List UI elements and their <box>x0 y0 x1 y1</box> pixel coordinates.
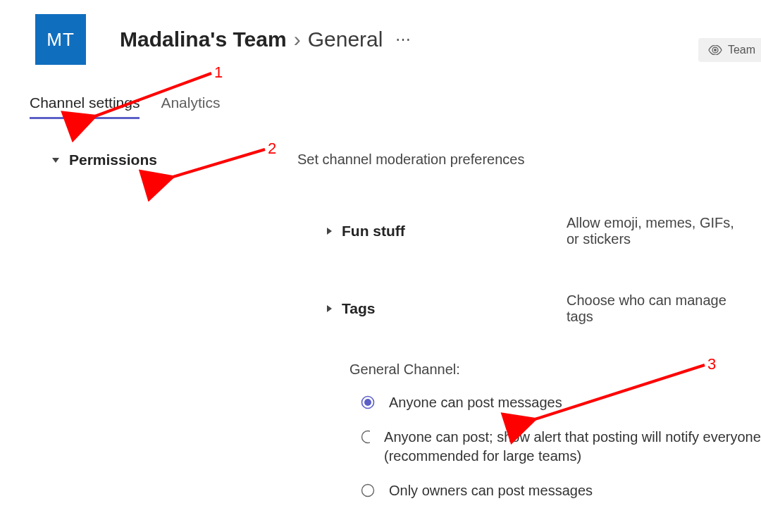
annotation-label-2: 2 <box>268 140 276 158</box>
tags-section[interactable]: Tags Choose who can manage tags <box>52 292 761 325</box>
radio-selected-icon[interactable] <box>361 395 375 409</box>
breadcrumb: Madalina's Team › General ⋯ <box>120 27 412 51</box>
general-channel-block: General Channel: Anyone can post message… <box>52 361 761 500</box>
radio-anyone[interactable]: Anyone can post messages <box>349 393 761 412</box>
radio-unselected-icon[interactable] <box>361 483 375 497</box>
header: MT Madalina's Team › General ⋯ <box>0 0 761 65</box>
svg-point-0 <box>714 49 717 51</box>
svg-point-3 <box>362 431 371 443</box>
tags-description: Choose who can manage tags <box>567 292 736 325</box>
team-pill-label: Team <box>728 44 755 56</box>
tabs: Channel settings Analytics <box>0 94 761 119</box>
radio-anyone-alert[interactable]: Anyone can post; show alert that posting… <box>349 428 761 466</box>
team-pill-button[interactable]: Team <box>698 38 761 62</box>
radio-owners-label: Only owners can post messages <box>389 481 593 500</box>
eye-icon <box>708 45 722 55</box>
tab-analytics[interactable]: Analytics <box>161 94 220 119</box>
radio-anyone-label: Anyone can post messages <box>389 393 562 412</box>
avatar-initials: MT <box>47 29 75 51</box>
annotation-label-3: 3 <box>707 355 716 373</box>
svg-point-4 <box>362 485 374 497</box>
channel-name[interactable]: General <box>308 27 383 51</box>
radio-unselected-icon[interactable] <box>361 430 370 444</box>
permissions-description: Set channel moderation preferences <box>297 151 524 168</box>
caret-down-icon <box>52 158 59 163</box>
annotation-label-1: 1 <box>214 63 223 82</box>
fun-stuff-section[interactable]: Fun stuff Allow emoji, memes, GIFs, or s… <box>52 215 761 247</box>
fun-stuff-description: Allow emoji, memes, GIFs, or stickers <box>567 215 736 247</box>
permissions-title: Permissions <box>69 151 157 168</box>
more-icon[interactable]: ⋯ <box>395 30 412 49</box>
caret-right-icon <box>327 305 332 312</box>
caret-right-icon <box>327 228 332 235</box>
settings-content: Permissions Set channel moderation prefe… <box>0 119 761 500</box>
chevron-right-icon: › <box>294 27 301 51</box>
team-avatar: MT <box>35 14 86 65</box>
general-channel-label: General Channel: <box>349 361 761 378</box>
team-name[interactable]: Madalina's Team <box>120 27 287 51</box>
permissions-section[interactable]: Permissions Set channel moderation prefe… <box>52 151 761 168</box>
tags-title: Tags <box>342 300 375 317</box>
tab-channel-settings[interactable]: Channel settings <box>30 94 140 119</box>
svg-point-2 <box>364 399 371 406</box>
fun-stuff-title: Fun stuff <box>342 223 405 240</box>
radio-owners[interactable]: Only owners can post messages <box>349 481 761 500</box>
radio-anyone-alert-label: Anyone can post; show alert that posting… <box>384 428 761 466</box>
